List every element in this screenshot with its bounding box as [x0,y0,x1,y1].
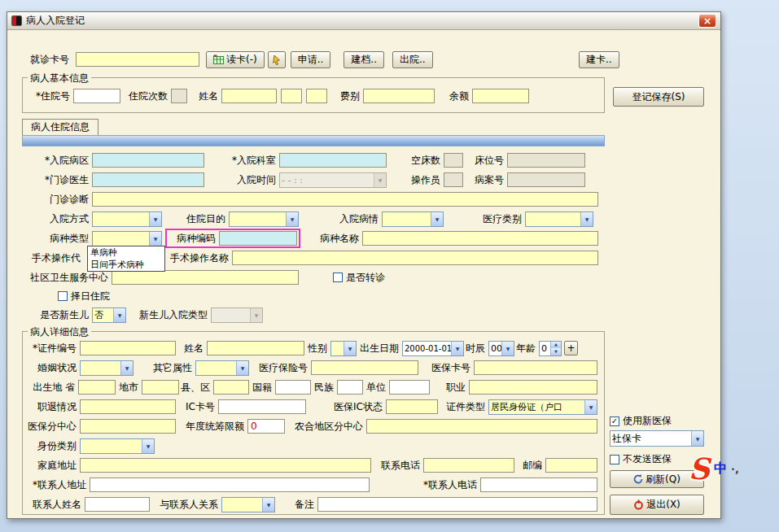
tab-inpatient-info[interactable]: 病人住院信息 [22,119,98,135]
exit-button[interactable]: 退出(X) [610,495,704,515]
ic-card-field[interactable] [218,399,306,414]
contact-address-field[interactable] [90,477,370,492]
referral-checkbox[interactable]: 是否转诊 [333,271,385,285]
ethnicity-field[interactable] [337,380,363,395]
county-field[interactable] [213,380,249,395]
sogou-logo-icon[interactable]: S [689,454,710,483]
admission-mode-select[interactable]: ▼ [92,211,162,227]
spinner-up-icon[interactable]: ▲ [550,342,561,349]
ethnicity-label: 民族 [311,381,337,395]
cert-type-select[interactable]: 居民身份证（户口 ▼ [488,399,597,415]
diagnosis-field[interactable] [92,192,598,207]
bed-no-field[interactable] [507,153,585,168]
disease-code-field[interactable] [219,231,297,246]
remark-field[interactable] [317,497,597,512]
occupation-field[interactable] [469,380,597,395]
ime-language-indicator[interactable]: 中 [714,460,727,477]
visit-count-field[interactable] [171,89,187,103]
spinner-down-icon[interactable]: ▼ [550,348,561,355]
community-field[interactable] [112,270,299,285]
create-card-button[interactable]: 建卡.. [579,51,619,68]
chevron-down-icon: ▼ [286,212,298,226]
province-field[interactable] [78,380,116,395]
disease-code-label: 病种编码 [168,232,219,246]
home-address-field[interactable] [80,458,371,473]
name-extra-2-field[interactable] [306,89,327,103]
condition-select[interactable]: ▼ [382,211,444,227]
purpose-select[interactable]: ▼ [229,211,299,227]
no-send-insurance-checkbox[interactable]: 不发送医保 [610,452,672,466]
patient-name-field[interactable] [207,341,304,355]
ime-toolbar[interactable]: S 中 ·, [689,454,739,483]
gender-select[interactable]: ▼ [330,341,357,356]
disease-type-select[interactable]: ▼ [92,231,162,246]
cert-no-field[interactable] [80,341,176,355]
visit-card-input[interactable] [76,52,199,67]
age-stepper[interactable]: 0 ▲▼ [539,341,562,356]
annual-limit-field[interactable]: 0 [247,419,285,434]
nationality-label: 国籍 [249,381,275,395]
disease-name-field[interactable] [362,231,598,246]
case-no-field[interactable] [507,172,585,187]
job-status-field[interactable] [80,399,176,414]
ime-punctuation-indicator[interactable]: ·, [731,463,739,475]
admission-time-label: 入院时间 [204,173,279,187]
insurance-center-field[interactable] [80,419,176,434]
city-field[interactable] [142,380,179,395]
diagnosis-row: 门诊诊断 [22,190,605,209]
dropdown-option[interactable]: 单病种 [88,246,164,259]
rural-center-field[interactable] [366,419,597,434]
doctor-field[interactable] [92,172,204,187]
contact-relation-select[interactable]: ▼ [221,497,275,512]
insurance-card-no-field[interactable] [474,360,597,375]
contact-name-row: 联系人姓名 与联系人关系 ▼ 备注 [23,495,604,514]
employer-field[interactable] [389,380,430,395]
save-button[interactable]: 登记保存(S) [613,87,704,107]
medical-insurance-no-field[interactable] [311,360,418,375]
newborn-type-select[interactable]: ▼ [211,307,263,323]
inpatient-no-field[interactable] [73,89,120,103]
balance-field[interactable] [472,89,529,103]
insurance-ic-status-field[interactable] [386,399,438,414]
name-extra-1-field[interactable] [281,89,302,103]
remark-label: 备注 [290,498,317,512]
birthplace-row: 出生地 省 地市 县、区 国籍 民族 单位 职业 [23,377,604,397]
operator-field[interactable] [444,172,463,187]
hour-select[interactable]: 00 ▼ [488,341,514,356]
create-file-button[interactable]: 建档.. [344,51,384,68]
chevron-down-icon: ▼ [113,308,125,322]
empty-beds-field[interactable] [444,153,463,168]
apply-button[interactable]: 申请.. [291,51,331,68]
read-card-button[interactable]: 读卡(-) [206,51,265,68]
birthdate-select[interactable]: 2000-01-01 ▼ [402,341,464,356]
nationality-field[interactable] [275,380,311,395]
name-field[interactable] [221,89,277,103]
identity-select[interactable]: ▼ [80,438,155,454]
discharge-button[interactable]: 出院.. [392,51,433,68]
age-plus-button[interactable]: + [564,341,578,355]
card-type-select[interactable]: 社保卡 ▼ [610,430,704,447]
dept-field[interactable] [279,153,387,168]
zip-field[interactable] [545,458,597,473]
birthdate-label: 出生日期 [357,342,402,355]
other-attr-select[interactable]: ▼ [195,360,249,376]
contact-name-field[interactable] [85,497,150,512]
contact-phone-field[interactable] [480,477,597,492]
hand-tool-button[interactable] [268,51,286,68]
identity-row: 身份类别 ▼ [23,436,604,456]
scheduled-admission-checkbox[interactable]: 择日住院 [58,290,110,303]
admission-time-select[interactable]: - - : : ▼ [279,172,387,188]
fee-type-field[interactable] [363,89,435,103]
operation-name-label: 手术操作名称 [167,251,232,265]
close-button[interactable]: × [698,14,716,28]
medical-type-select[interactable]: ▼ [525,211,593,227]
marital-select[interactable]: ▼ [80,360,133,376]
titlebar[interactable]: 病人入院登记 × [7,12,720,30]
ward-field[interactable] [92,153,204,168]
phone-field[interactable] [423,458,514,473]
newborn-select[interactable]: 否 ▼ [92,307,126,323]
operation-name-field[interactable] [232,251,598,265]
dropdown-option[interactable]: 日间手术病种 [88,259,164,271]
chevron-down-icon: ▼ [501,342,514,355]
use-new-insurance-checkbox[interactable]: ✓ 使用新医保 [610,414,672,428]
